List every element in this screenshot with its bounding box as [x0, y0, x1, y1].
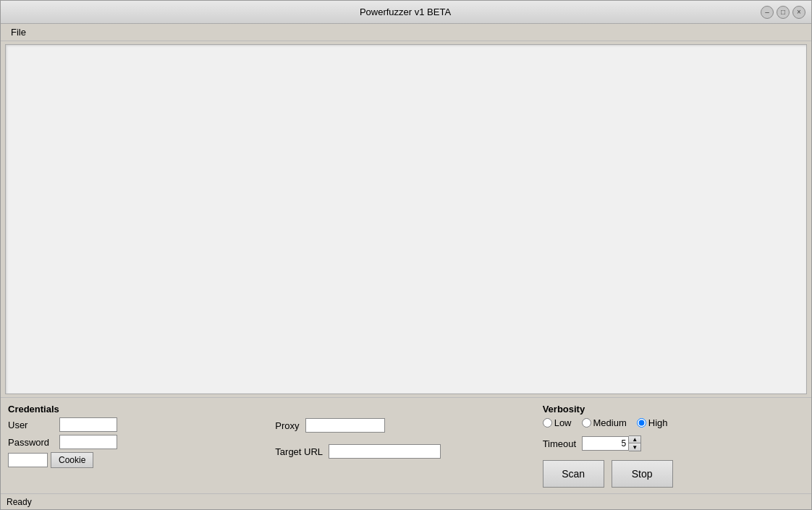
target-row: Target URL	[275, 444, 441, 459]
minimize-button[interactable]: –	[761, 6, 774, 19]
scan-button[interactable]: Scan	[543, 460, 604, 488]
menu-bar: File	[1, 24, 811, 41]
password-input[interactable]	[59, 435, 117, 449]
verbosity-label: Verbosity	[543, 404, 804, 415]
cookie-row: Cookie	[8, 452, 269, 468]
cookie-button[interactable]: Cookie	[51, 452, 93, 468]
spin-buttons: ▲ ▼	[629, 435, 641, 451]
verbosity-low-label: Low	[554, 417, 572, 428]
verbosity-radio-row: Low Medium High	[543, 417, 804, 428]
verbosity-high-label: High	[648, 417, 668, 428]
status-bar: Ready	[1, 493, 811, 509]
window-title: Powerfuzzer v1 BETA	[50, 7, 761, 17]
password-row: Password	[8, 435, 269, 449]
stop-button[interactable]: Stop	[612, 460, 673, 488]
verbosity-high-radio[interactable]	[637, 418, 646, 428]
timeout-row: Timeout ▲ ▼	[543, 435, 804, 451]
password-label: Password	[8, 437, 55, 448]
right-section: Verbosity Low Medium High	[543, 404, 804, 488]
main-window: Powerfuzzer v1 BETA – □ × File Credentia…	[0, 0, 812, 510]
file-menu[interactable]: File	[5, 25, 32, 39]
timeout-input[interactable]	[582, 436, 629, 451]
verbosity-low-item[interactable]: Low	[543, 417, 572, 428]
verbosity-section: Verbosity Low Medium High	[543, 404, 804, 428]
credentials-label: Credentials	[8, 404, 269, 415]
user-row: User	[8, 417, 269, 432]
window-controls: – □ ×	[761, 6, 805, 19]
proxy-input[interactable]	[305, 418, 385, 433]
target-label: Target URL	[275, 446, 323, 457]
proxy-row: Proxy	[275, 418, 384, 433]
close-button[interactable]: ×	[792, 6, 805, 19]
verbosity-medium-label: Medium	[593, 417, 627, 428]
user-input[interactable]	[59, 417, 117, 432]
timeout-up-button[interactable]: ▲	[629, 436, 640, 443]
timeout-spinbox: ▲ ▼	[582, 435, 641, 451]
bottom-grid: Credentials User Password Cookie Proxy	[8, 404, 804, 488]
output-area	[5, 44, 807, 394]
timeout-label: Timeout	[543, 438, 576, 449]
verbosity-low-radio[interactable]	[543, 418, 552, 428]
verbosity-medium-item[interactable]: Medium	[582, 417, 627, 428]
target-url-input[interactable]	[329, 444, 441, 459]
timeout-down-button[interactable]: ▼	[629, 443, 640, 451]
bottom-panel: Credentials User Password Cookie Proxy	[1, 397, 811, 493]
verbosity-high-item[interactable]: High	[637, 417, 668, 428]
maximize-button[interactable]: □	[777, 6, 790, 19]
cookie-input[interactable]	[8, 453, 48, 467]
user-label: User	[8, 420, 55, 430]
proxy-label: Proxy	[275, 420, 299, 431]
center-section: Proxy Target URL	[275, 404, 536, 459]
action-row: Scan Stop	[543, 460, 804, 488]
title-bar: Powerfuzzer v1 BETA – □ ×	[1, 1, 811, 24]
credentials-section: Credentials User Password Cookie	[8, 404, 269, 468]
verbosity-medium-radio[interactable]	[582, 418, 591, 428]
status-text: Ready	[7, 497, 32, 507]
